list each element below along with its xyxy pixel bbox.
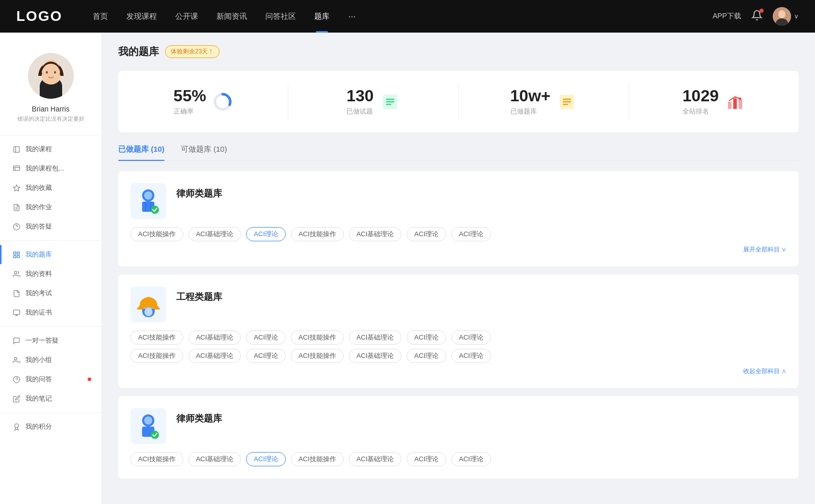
nav-news[interactable]: 新闻资讯 [216, 12, 247, 21]
sidebar-item-course-packages[interactable]: 我的课程包... [0, 159, 101, 178]
sidebar-item-points[interactable]: 我的积分 [0, 417, 101, 436]
svg-rect-42 [728, 102, 731, 109]
user-avatar [773, 7, 791, 25]
tag-1-2[interactable]: ACI理论 [246, 227, 286, 241]
avatar-image [773, 7, 791, 25]
sidebar-item-one-on-one[interactable]: 一对一答疑 [0, 331, 101, 350]
tag-2-r2-3[interactable]: ACI技能操作 [291, 349, 344, 363]
site-rank-icon [725, 92, 745, 112]
stat-questions-done: 130 已做试题 [288, 83, 458, 120]
svg-point-48 [144, 191, 152, 200]
profile-name: Brian Harris [32, 105, 70, 113]
stat-label-questions-done: 已做试题 [346, 107, 373, 116]
tag-3-4[interactable]: ACI基础理论 [349, 452, 402, 466]
sidebar-profile: Brian Harris 错误的决定比没有决定要好 [0, 43, 101, 131]
questions-dot [88, 378, 91, 381]
collapse-link-2[interactable]: 收起全部科目 ∧ [130, 367, 786, 376]
sidebar-item-exams[interactable]: 我的考试 [0, 284, 101, 303]
sidebar-item-homework[interactable]: 我的作业 [0, 198, 101, 217]
user-avatar-menu[interactable]: ∨ [773, 7, 799, 25]
tag-2-1[interactable]: ACI基础理论 [188, 330, 241, 345]
sidebar-item-certificates[interactable]: 我的证书 [0, 303, 101, 322]
groups-icon [12, 356, 20, 364]
tag-1-5[interactable]: ACI理论 [406, 227, 446, 241]
svg-rect-44 [739, 100, 742, 109]
nav-home[interactable]: 首页 [93, 12, 108, 21]
svg-point-56 [144, 416, 152, 425]
tag-2-4[interactable]: ACI基础理论 [349, 330, 402, 345]
app-download-button[interactable]: APP下载 [713, 12, 741, 21]
svg-rect-23 [17, 255, 19, 257]
sidebar-item-qa[interactable]: 我的答疑 [0, 217, 101, 236]
engineer-bank-icon [130, 287, 166, 322]
nav-public-course[interactable]: 公开课 [175, 12, 198, 21]
tab-done[interactable]: 已做题库 (10) [118, 145, 165, 160]
svg-rect-20 [13, 251, 15, 254]
tab-available[interactable]: 可做题库 (10) [181, 145, 227, 160]
favorites-icon [12, 184, 20, 192]
tag-2-r2-2[interactable]: ACI理论 [246, 349, 286, 363]
tag-2-6[interactable]: ACI理论 [451, 330, 491, 345]
svg-rect-12 [13, 165, 20, 170]
tag-1-6[interactable]: ACI理论 [451, 227, 491, 241]
stats-row: 55% 正确率 130 已做试题 [118, 71, 799, 132]
nav-question-bank[interactable]: 题库 [314, 12, 330, 21]
expand-link-1[interactable]: 展开全部科目 ∨ [130, 245, 786, 254]
tag-2-r2-4[interactable]: ACI基础理论 [349, 349, 402, 363]
svg-point-9 [54, 71, 56, 74]
qbank-tags-2-row2: ACI技能操作 ACI基础理论 ACI理论 ACI技能操作 ACI基础理论 AC… [130, 349, 786, 363]
question-bank-icon [12, 250, 20, 259]
svg-point-45 [739, 97, 741, 100]
sidebar-item-courses[interactable]: 我的课程 [0, 139, 101, 159]
sidebar-item-question-bank[interactable]: 我的题库 [0, 245, 101, 264]
svg-rect-21 [17, 251, 19, 254]
tag-1-4[interactable]: ACI基础理论 [349, 227, 402, 241]
svg-point-49 [151, 206, 159, 214]
stat-label-site-rank: 全站排名 [683, 107, 719, 116]
tag-1-1[interactable]: ACI基础理论 [188, 227, 241, 241]
stat-value-site-rank: 1029 [683, 87, 719, 105]
sidebar-item-favorites[interactable]: 我的收藏 [0, 178, 101, 198]
trial-badge: 体验剩余23天！ [165, 45, 220, 58]
tag-2-r2-1[interactable]: ACI基础理论 [188, 349, 241, 363]
tag-2-0[interactable]: ACI技能操作 [130, 330, 183, 345]
nav-qa[interactable]: 问答社区 [265, 12, 296, 21]
course-packages-icon [12, 164, 20, 173]
svg-point-24 [14, 271, 17, 273]
notification-bell[interactable] [751, 10, 763, 23]
sidebar-divider-3 [0, 326, 101, 327]
qbank-tags-1: ACI技能操作 ACI基础理论 ACI理论 ACI技能操作 ACI基础理论 AC… [130, 227, 786, 241]
nav-discover[interactable]: 发现课程 [126, 12, 157, 21]
tag-2-2[interactable]: ACI理论 [246, 330, 286, 345]
main-content: 我的题库 体验剩余23天！ 55% 正确率 [102, 33, 815, 504]
nav-menu: 首页 发现课程 公开课 新闻资讯 问答社区 题库 ··· [93, 11, 713, 22]
tag-3-6[interactable]: ACI理论 [451, 452, 491, 466]
tag-3-1[interactable]: ACI基础理论 [188, 452, 241, 466]
notes-icon [12, 395, 20, 403]
tag-1-0[interactable]: ACI技能操作 [130, 227, 183, 241]
tag-3-3[interactable]: ACI技能操作 [291, 452, 344, 466]
tag-3-5[interactable]: ACI理论 [406, 452, 446, 466]
tag-2-r2-0[interactable]: ACI技能操作 [130, 349, 183, 363]
stat-label-correct-rate: 正确率 [174, 107, 206, 116]
sidebar-item-questions[interactable]: 我的问答 [0, 370, 101, 389]
nav-more[interactable]: ··· [348, 11, 356, 22]
svg-rect-6 [40, 83, 62, 99]
profile-motto: 错误的决定比没有决定要好 [17, 115, 85, 123]
page-title: 我的题库 [118, 45, 159, 59]
tag-3-0[interactable]: ACI技能操作 [130, 452, 183, 466]
qbank-title-3: 律师类题库 [176, 412, 222, 425]
tag-2-3[interactable]: ACI技能操作 [291, 330, 344, 345]
sidebar-item-groups[interactable]: 我的小组 [0, 350, 101, 370]
tag-2-r2-5[interactable]: ACI理论 [406, 349, 446, 363]
tag-3-2[interactable]: ACI理论 [246, 452, 286, 466]
tag-2-r2-6[interactable]: ACI理论 [451, 349, 491, 363]
stat-label-banks-done: 已做题库 [510, 107, 551, 116]
qbank-title-2: 工程类题库 [176, 291, 222, 303]
sidebar-item-notes[interactable]: 我的笔记 [0, 389, 101, 408]
tag-1-3[interactable]: ACI技能操作 [291, 227, 344, 241]
tag-2-5[interactable]: ACI理论 [406, 330, 446, 345]
svg-rect-10 [13, 146, 19, 152]
sidebar-item-profile-data[interactable]: 我的资料 [0, 264, 101, 284]
navbar-right: APP下载 ∨ [713, 7, 799, 25]
